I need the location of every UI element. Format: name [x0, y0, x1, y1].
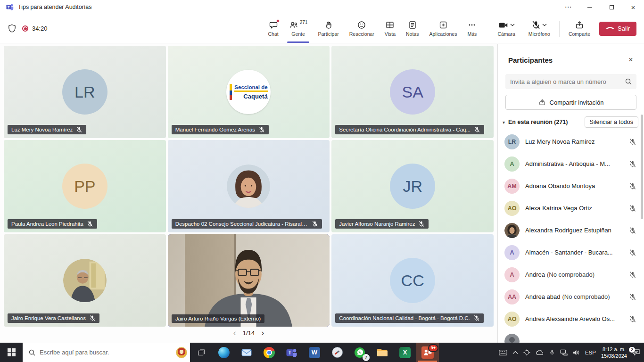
raise-hand-button[interactable]: Participar	[314, 16, 343, 41]
previous-page-button[interactable]: ‹	[233, 329, 236, 337]
whatsapp-icon[interactable]: 7	[348, 343, 371, 362]
more-actions-button[interactable]: Más	[463, 16, 481, 41]
mic-muted-icon[interactable]	[629, 205, 636, 212]
participant-list-item[interactable]: AO Alexa Katrina Vega Ortiz	[498, 197, 644, 219]
mute-all-button[interactable]: Silenciar a todos	[585, 116, 638, 128]
mic-muted-icon[interactable]	[629, 271, 636, 279]
leave-button[interactable]: Salir	[599, 22, 636, 36]
participant-list-item[interactable]: LR Luz Mery Novoa Ramírez	[498, 131, 644, 153]
touch-keyboard-icon[interactable]	[499, 349, 507, 356]
mic-dropdown-icon[interactable]	[542, 24, 547, 26]
mic-muted-icon[interactable]	[629, 182, 636, 190]
participant-list-item[interactable]: A Andrea(No comprobado)	[498, 263, 644, 286]
edge-icon[interactable]	[213, 343, 235, 362]
apps-button[interactable]: Aplicaciones	[425, 16, 461, 41]
mic-muted-icon	[473, 315, 480, 321]
share-invitation-button[interactable]: Compartir invitación	[505, 95, 636, 110]
invite-search-input[interactable]	[505, 74, 636, 89]
video-tile[interactable]: JR Javier Alfonso Naranjo Ramirez	[331, 140, 494, 232]
system-tray: ESP 8:12 a. m. 15/08/2024 2	[499, 343, 644, 362]
participant-name-label: Manuel Fernando Gomez Arenas	[172, 125, 269, 134]
participant-photo-avatar	[504, 334, 520, 343]
microphone-button[interactable]: Micrófono	[524, 16, 554, 41]
file-explorer-icon[interactable]	[371, 343, 394, 362]
participant-avatar: JR	[390, 164, 435, 209]
participant-photo-avatar	[504, 223, 520, 238]
notes-icon	[408, 20, 417, 30]
taskbar-search[interactable]	[23, 343, 190, 362]
time-label: 8:12 a. m.	[601, 346, 627, 353]
scrollbar[interactable]	[641, 115, 643, 219]
mail-icon[interactable]	[235, 343, 258, 362]
participant-list-item[interactable]	[498, 330, 644, 343]
react-button[interactable]: Reaccionar	[345, 16, 379, 41]
teams-icon[interactable]: T	[281, 343, 303, 362]
video-tile[interactable]: SA Secretaría Oficina Coordinación Admin…	[331, 46, 494, 138]
whatsapp-badge: 7	[363, 354, 370, 361]
people-button[interactable]: 271 Gente	[285, 16, 312, 41]
camera-button[interactable]: Cámara	[493, 16, 519, 41]
video-tile[interactable]: Jairo Enrique Vera Castellanos	[4, 234, 166, 327]
video-tile[interactable]: Despacho 02 Consejo Seccional Judicatura…	[168, 140, 330, 232]
action-center-button[interactable]: 2	[632, 349, 640, 356]
chrome-icon[interactable]	[258, 343, 281, 362]
mic-muted-icon[interactable]	[629, 160, 636, 168]
location-icon[interactable]	[523, 349, 530, 356]
participant-list-item[interactable]: A Almacén - Santander - Bucara...	[498, 241, 644, 263]
excel-icon[interactable]: X	[394, 343, 416, 362]
participant-photo	[227, 165, 270, 208]
mic-muted-icon[interactable]	[629, 315, 636, 323]
next-page-button[interactable]: ›	[261, 329, 264, 337]
word-icon[interactable]: W	[303, 343, 326, 362]
task-view-button[interactable]	[190, 343, 213, 362]
participant-list-item[interactable]: AO Andres Alexsaindre Arevalo Os...	[498, 308, 644, 330]
window-maximize-button[interactable]	[601, 0, 622, 14]
network-icon[interactable]	[560, 349, 568, 356]
start-button[interactable]	[0, 343, 23, 362]
date-label: 15/08/2024	[601, 353, 627, 359]
video-tile[interactable]: PP Paula Andrea Leon Piedrahita	[4, 140, 166, 232]
view-button[interactable]: Vista	[380, 16, 400, 41]
panel-close-button[interactable]: ×	[624, 53, 637, 66]
volume-icon[interactable]	[573, 349, 580, 356]
video-tile[interactable]: LR Luz Mery Novoa Ramírez	[4, 46, 166, 138]
participant-list-item[interactable]: AM Adriana Obando Montoya	[498, 175, 644, 197]
window-titlebar: T Tips para atender Auditorías ⋯ ×	[0, 0, 644, 14]
video-tile[interactable]: CC Coordinación Nacional Calidad - Bogot…	[331, 234, 494, 327]
participant-avatar: AO	[504, 312, 520, 327]
participant-photo	[63, 259, 107, 302]
video-stage: LR Luz Mery Novoa Ramírez Seccional de C…	[0, 44, 497, 343]
mic-muted-icon[interactable]	[629, 227, 636, 234]
participant-avatar: PP	[62, 164, 107, 209]
mic-muted-icon[interactable]	[629, 293, 636, 301]
window-close-button[interactable]: ×	[622, 0, 644, 14]
compass-icon[interactable]	[326, 343, 348, 362]
taskbar-search-input[interactable]	[40, 349, 172, 356]
video-feed	[168, 234, 330, 327]
shield-icon[interactable]	[8, 24, 17, 33]
mic-muted-icon[interactable]	[629, 138, 636, 146]
camera-dropdown-icon[interactable]	[510, 24, 515, 26]
mic-muted-icon	[258, 126, 265, 133]
video-tile-active-speaker[interactable]: Jairo Arturo Riaño Vargas (Externo)	[168, 234, 330, 327]
notes-button[interactable]: Notas	[402, 16, 423, 41]
window-more-button[interactable]: ⋯	[557, 0, 579, 14]
mic-muted-icon[interactable]	[629, 249, 636, 256]
language-indicator[interactable]: ESP	[585, 350, 596, 355]
org-logo: Seccional de Caquetá	[226, 70, 271, 114]
svg-text:T: T	[8, 5, 10, 9]
participant-list-item[interactable]: Alexandra Rodriguez Estupiñan	[498, 219, 644, 241]
collapse-section-icon[interactable]: ▾	[503, 120, 505, 125]
tray-expand-icon[interactable]	[512, 351, 518, 354]
window-minimize-button[interactable]	[579, 0, 601, 14]
tray-mic-icon[interactable]	[549, 349, 555, 356]
taskbar-clock[interactable]: 8:12 a. m. 15/08/2024	[601, 346, 627, 359]
participant-list-item[interactable]: AA Andrea abad(No comprobado)	[498, 286, 644, 308]
participant-avatar: SA	[390, 69, 435, 115]
chat-button[interactable]: Chat	[264, 16, 283, 41]
video-tile[interactable]: Seccional de Caquetá Manuel Fernando Gom…	[168, 46, 330, 138]
share-screen-button[interactable]: Comparte	[564, 16, 594, 41]
teams-running-icon[interactable]: 9+	[416, 343, 439, 362]
participant-list-item[interactable]: A Administrativa - Antioquia - M...	[498, 153, 644, 175]
onedrive-icon[interactable]	[536, 350, 544, 355]
